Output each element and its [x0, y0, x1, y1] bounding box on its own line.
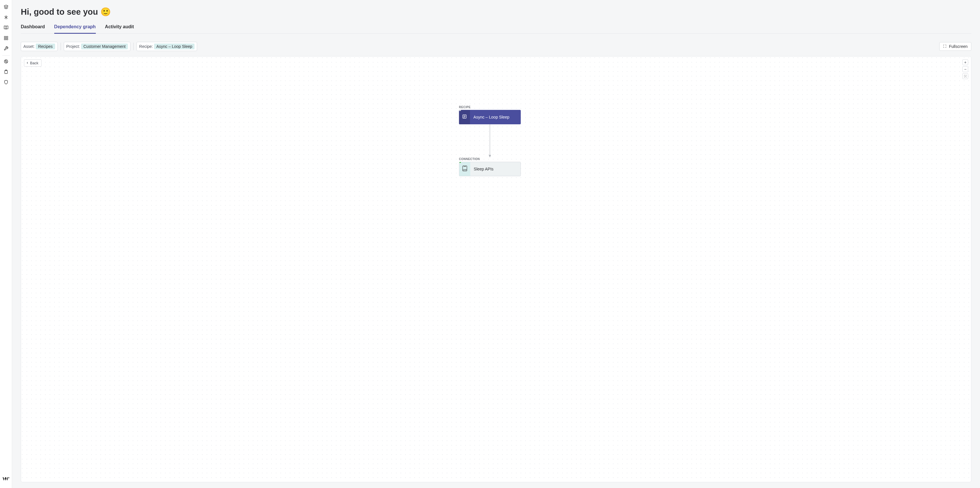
recipe-node-label: RECIPE: [459, 106, 521, 109]
svg-rect-7: [4, 38, 6, 40]
grid-icon: [4, 36, 8, 41]
filter-project[interactable]: Project: Customer Management: [64, 42, 131, 51]
svg-marker-0: [4, 5, 8, 7]
svg-rect-6: [6, 38, 8, 40]
filter-recipe-label: Recipe:: [139, 44, 153, 49]
sidebar-item-grid[interactable]: [0, 33, 12, 44]
layers-icon: [4, 5, 8, 10]
zoom-in-button[interactable]: +: [963, 59, 968, 65]
filter-asset-value: Recipes: [36, 43, 55, 49]
recipe-icon: [462, 114, 467, 120]
svg-point-8: [4, 60, 8, 63]
svg-line-11: [6, 62, 7, 63]
clipboard-icon: [4, 70, 8, 75]
recipe-node-name: Async – Loop Sleep: [470, 110, 521, 124]
fullscreen-icon: [943, 44, 947, 49]
sidebar-item-book[interactable]: [0, 23, 12, 33]
wrench-icon: [4, 46, 8, 52]
dependency-graph-canvas[interactable]: Back + −: [21, 56, 971, 482]
svg-rect-4: [4, 37, 6, 38]
sidebar-item-clipboard[interactable]: [0, 67, 12, 78]
svg-rect-5: [6, 37, 8, 38]
app-logo[interactable]: [0, 474, 12, 485]
connection-node-label: CONNECTION: [459, 157, 521, 161]
http-icon: HTTP: [461, 165, 469, 173]
tab-activity-audit[interactable]: Activity audit: [105, 24, 134, 33]
sidebar-item-shield[interactable]: [0, 78, 12, 88]
filter-asset-label: Asset:: [23, 44, 35, 49]
sidebar-item-wrench[interactable]: [0, 44, 12, 54]
zoom-fit-button[interactable]: [963, 73, 968, 79]
back-button[interactable]: Back: [24, 59, 41, 67]
plus-icon: +: [964, 60, 966, 65]
svg-point-14: [8, 477, 9, 478]
book-icon: [4, 25, 8, 31]
filter-project-label: Project:: [66, 44, 80, 49]
fullscreen-button[interactable]: Fullscreen: [939, 42, 971, 51]
sidebar-item-snowflake[interactable]: [0, 13, 12, 23]
zoom-out-button[interactable]: −: [963, 66, 968, 72]
filter-separator: [60, 43, 61, 50]
filter-recipe-value: Async – Loop Sleep: [154, 43, 195, 49]
filter-project-value: Customer Management: [81, 43, 128, 49]
tab-dashboard[interactable]: Dashboard: [21, 24, 45, 33]
currency-icon: [4, 59, 8, 65]
filter-separator: [133, 43, 134, 50]
svg-marker-21: [489, 155, 491, 157]
filter-asset[interactable]: Asset: Recipes: [21, 42, 58, 51]
tab-dependency-graph[interactable]: Dependency graph: [54, 24, 96, 33]
chevron-left-icon: [26, 61, 29, 65]
page-title: Hi, good to see you 🙂: [21, 7, 971, 17]
recipe-node[interactable]: Async – Loop Sleep: [459, 110, 521, 124]
filter-recipe[interactable]: Recipe: Async – Loop Sleep: [137, 42, 197, 51]
svg-point-9: [5, 60, 6, 62]
sidebar-item-currency[interactable]: [0, 57, 12, 67]
connection-node[interactable]: HTTP Sleep APIs: [459, 162, 521, 176]
shield-icon: [4, 80, 8, 86]
sidebar-item-layers[interactable]: [0, 2, 12, 13]
target-icon: [964, 74, 967, 78]
svg-text:HTTP: HTTP: [463, 169, 467, 171]
svg-point-15: [965, 76, 966, 76]
minus-icon: −: [964, 67, 966, 72]
snowflake-icon: [4, 15, 8, 21]
svg-line-10: [5, 60, 5, 61]
connection-node-name: Sleep APIs: [470, 162, 520, 176]
